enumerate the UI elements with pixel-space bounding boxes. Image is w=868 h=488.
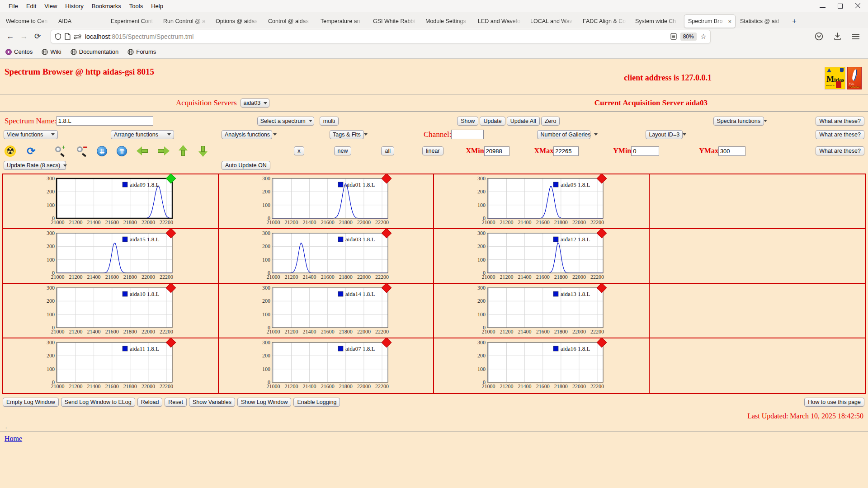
tab-temperature-an[interactable]: Temperature an	[317, 14, 368, 28]
url-text[interactable]: localhost:8015/Spectrum/Spectrum.tml	[85, 33, 668, 40]
channel-input[interactable]	[451, 130, 484, 139]
what-are-these-button[interactable]: What are these?	[816, 117, 864, 126]
arrow-down-icon[interactable]	[198, 145, 208, 157]
new-tab-button[interactable]: +	[788, 15, 800, 27]
all-button[interactable]: all	[381, 146, 394, 155]
spectrum-name-input[interactable]	[57, 116, 153, 126]
menu-tools[interactable]: Tools	[125, 3, 147, 9]
bookmark-star-icon[interactable]: ☆	[700, 32, 707, 41]
back-icon[interactable]: ←	[4, 30, 17, 43]
tab-aida[interactable]: AIDA	[55, 14, 106, 28]
tab-options-aidas[interactable]: Options @ aidas	[212, 14, 264, 28]
menu-hamburger-icon[interactable]	[852, 33, 860, 40]
select-spectrum-dropdown[interactable]: Select a spectrum	[257, 117, 314, 126]
spectra-functions-dropdown[interactable]: Spectra functions	[713, 117, 764, 126]
home-link[interactable]: Home	[5, 435, 22, 443]
zoom-out-icon[interactable]: ━	[76, 145, 88, 157]
forward-icon[interactable]: →	[17, 30, 31, 43]
linear-button[interactable]: linear	[422, 146, 443, 155]
spectrum-panel-aida14[interactable]: 0100200300210002120021400216002180022000…	[219, 284, 434, 338]
refresh-icon[interactable]: ⟳	[27, 145, 35, 157]
menu-history[interactable]: History	[61, 3, 87, 9]
menu-view[interactable]: View	[40, 3, 61, 9]
spectrum-panel-aida01[interactable]: 0100200300210002120021400216002180022000…	[219, 174, 434, 229]
xmin-input[interactable]	[484, 146, 509, 156]
acquisition-server-select[interactable]: aida03	[241, 99, 269, 108]
close-icon[interactable]	[855, 3, 861, 9]
how-to-use-button[interactable]: How to use this page	[804, 398, 864, 407]
reader-mode-icon[interactable]	[670, 33, 677, 40]
url-bar[interactable]: localhost:8015/Spectrum/Spectrum.tml 80%…	[51, 30, 711, 43]
bookmark-wiki[interactable]: Wiki	[42, 48, 61, 55]
zoom-in-icon[interactable]: +	[54, 145, 66, 157]
layout-id-dropdown[interactable]: Layout ID=3	[646, 130, 683, 139]
tab-welcome-to-cen[interactable]: Welcome to Cen	[2, 14, 54, 28]
tab-control-aidas[interactable]: Control @ aidas	[264, 14, 316, 28]
maximize-icon[interactable]	[837, 3, 843, 9]
enable-logging-button[interactable]: Enable Logging	[293, 398, 340, 407]
tags-fits-dropdown[interactable]: Tags & Fits	[330, 130, 364, 139]
spectrum-panel-aida15[interactable]: 0100200300210002120021400216002180022000…	[3, 229, 219, 284]
multi-button[interactable]: multi	[320, 117, 339, 126]
spectrum-panel-aida16[interactable]: 0100200300210002120021400216002180022000…	[434, 338, 650, 393]
menu-bookmarks[interactable]: Bookmarks	[88, 3, 125, 9]
arrow-up-icon[interactable]	[178, 145, 188, 157]
tab-led-and-wavefo[interactable]: LED and Wavefo	[474, 14, 526, 28]
tab-run-control-a[interactable]: Run Control @ a	[160, 14, 211, 28]
number-of-galleries-dropdown[interactable]: Number of Galleries	[537, 130, 590, 139]
tab-gsi-white-rabbi[interactable]: GSI White Rabbi	[369, 14, 421, 28]
spectrum-panel-aida05[interactable]: 0100200300210002120021400216002180022000…	[434, 174, 650, 229]
tab-experiment-cont[interactable]: Experiment Cont	[107, 14, 159, 28]
tab-local-and-wav[interactable]: LOCAL and Wav	[527, 14, 578, 28]
update-button[interactable]: Update	[480, 117, 505, 126]
bookmark-forums[interactable]: Forums	[127, 48, 156, 55]
zero-button[interactable]: Zero	[541, 117, 560, 126]
spectrum-panel-aida13[interactable]: 0100200300210002120021400216002180022000…	[434, 284, 650, 338]
arrange-functions-dropdown[interactable]: Arrange functions	[111, 130, 174, 139]
spectrum-panel-aida11[interactable]: 0100200300210002120021400216002180022000…	[3, 338, 219, 393]
new-button[interactable]: new	[334, 146, 352, 155]
auto-update-button[interactable]: Auto Update ON	[222, 161, 270, 170]
send-log-window-to-elog-button[interactable]: Send Log Window to ELog	[61, 398, 135, 407]
bookmark-documentation[interactable]: Documentation	[71, 48, 118, 55]
tab-system-wide-ch[interactable]: System wide Ch	[632, 14, 683, 28]
menu-file[interactable]: File	[5, 3, 22, 9]
spectrum-panel-aida07[interactable]: 0100200300210002120021400216002180022000…	[219, 338, 434, 393]
spectrum-panel-aida10[interactable]: 0100200300210002120021400216002180022000…	[3, 284, 219, 338]
https-toggle-icon[interactable]	[74, 34, 81, 39]
xmax-input[interactable]	[553, 146, 579, 156]
what-are-these-button[interactable]: What are these?	[816, 130, 864, 139]
bookmark-centos[interactable]: Centos	[5, 48, 33, 55]
show-log-window-button[interactable]: Show Log Window	[237, 398, 292, 407]
collapse-vertical-icon[interactable]: ⇊	[97, 146, 107, 156]
pocket-icon[interactable]	[815, 32, 823, 41]
page-icon[interactable]	[65, 33, 71, 40]
reset-button[interactable]: Reset	[165, 398, 187, 407]
arrow-right-icon[interactable]	[157, 146, 170, 156]
shield-icon[interactable]	[55, 33, 61, 40]
tab-statistics-aid[interactable]: Statistics @ aid	[736, 14, 788, 28]
tab-fadc-align-co[interactable]: FADC Align & Co	[579, 14, 631, 28]
radiation-icon[interactable]: ☢	[5, 145, 16, 157]
view-functions-dropdown[interactable]: View functions	[4, 130, 58, 139]
empty-log-window-button[interactable]: Empty Log Window	[3, 398, 59, 407]
spectrum-panel-aida03[interactable]: 0100200300210002120021400216002180022000…	[219, 229, 434, 284]
update-all-button[interactable]: Update All	[507, 117, 540, 126]
expand-vertical-icon[interactable]: ⇈	[117, 146, 127, 156]
show-variables-button[interactable]: Show Variables	[189, 398, 235, 407]
what-are-these-button[interactable]: What are these?	[816, 146, 864, 155]
menu-help[interactable]: Help	[147, 3, 167, 9]
minimize-icon[interactable]	[820, 3, 826, 9]
analysis-functions-dropdown[interactable]: Analysis functions	[222, 130, 272, 139]
arrow-left-icon[interactable]	[137, 146, 149, 156]
tab-module-settings[interactable]: Module Settings	[422, 14, 473, 28]
spectrum-panel-aida12[interactable]: 0100200300210002120021400216002180022000…	[434, 229, 650, 284]
spectrum-panel-aida09[interactable]: 0100200300210002120021400216002180022000…	[3, 174, 219, 229]
reload-button[interactable]: Reload	[137, 398, 163, 407]
show-button[interactable]: Show	[457, 117, 478, 126]
zoom-level-badge[interactable]: 80%	[680, 33, 697, 41]
download-icon[interactable]	[833, 32, 842, 41]
menu-edit[interactable]: Edit	[22, 3, 40, 9]
tab-spectrum-bro[interactable]: Spectrum Bro×	[684, 14, 736, 28]
ymax-input[interactable]	[718, 146, 745, 156]
